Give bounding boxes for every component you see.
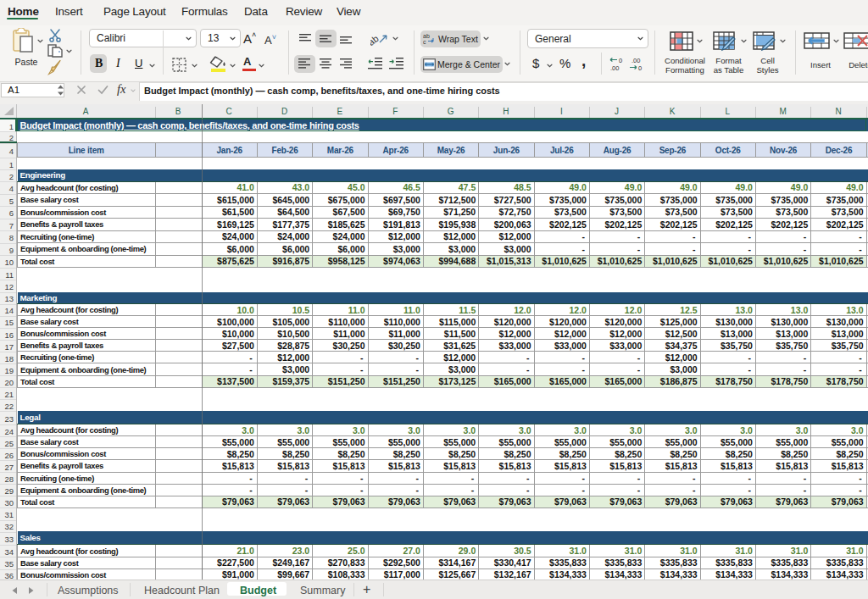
svg-text:0: 0: [619, 57, 622, 64]
svg-text:.00: .00: [610, 64, 619, 72]
svg-text:c: c: [423, 39, 426, 45]
svg-text:ab: ab: [370, 33, 381, 47]
svg-text:0: 0: [638, 64, 642, 72]
svg-text:ab: ab: [423, 33, 430, 39]
svg-text:.00: .00: [632, 57, 640, 64]
